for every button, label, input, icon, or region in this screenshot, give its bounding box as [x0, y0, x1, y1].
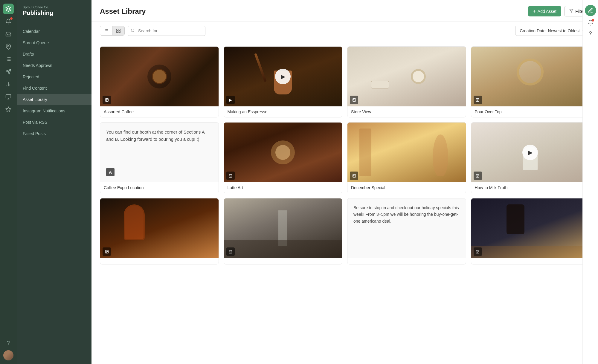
asset-thumbnail [347, 47, 466, 106]
send-icon[interactable] [3, 66, 14, 77]
asset-thumbnail: You can find our booth at the corner of … [100, 123, 219, 182]
video-type-badge: ▶ [226, 96, 235, 104]
asset-card[interactable]: ▶ How-to Milk Froth [471, 122, 590, 193]
sidebar-item-needs-approval[interactable]: Needs Approval [17, 60, 91, 71]
asset-title [224, 258, 342, 264]
asset-thumbnail: ▶ [471, 123, 590, 182]
asset-grid: Assorted Coffee ▶ ▶ Making an Esspresso [100, 46, 590, 264]
search-input[interactable] [128, 26, 205, 36]
sidebar-item-sprout-queue[interactable]: Sprout Queue [17, 37, 91, 48]
help-icon[interactable]: ? [3, 338, 14, 348]
image-type-badge [226, 247, 235, 256]
sidebar-nav: Calendar Sprout Queue Drafts Needs Appro… [17, 22, 91, 364]
asset-title: Assorted Coffee [100, 106, 219, 117]
search-icon [131, 28, 135, 33]
sidebar-item-post-via-rss[interactable]: Post via RSS [17, 117, 91, 128]
svg-point-0 [8, 45, 9, 47]
asset-title: Making an Esspresso [224, 106, 342, 117]
asset-card[interactable]: Latte Art [224, 122, 343, 193]
view-toggle [100, 26, 125, 36]
svg-point-30 [106, 99, 106, 100]
notifications-icon[interactable] [3, 16, 14, 27]
svg-line-28 [134, 31, 135, 32]
image-type-badge [474, 247, 482, 256]
list-view-button[interactable] [100, 26, 112, 35]
image-type-badge [350, 172, 358, 180]
text-asset-badge: A [106, 168, 115, 176]
image-type-badge [103, 96, 111, 104]
asset-title: Store View [347, 106, 466, 117]
list-icon[interactable] [3, 54, 14, 65]
right-panel: ? [582, 0, 598, 364]
asset-grid-area: Assorted Coffee ▶ ▶ Making an Esspresso [91, 40, 598, 364]
asset-card[interactable]: Store View [347, 46, 466, 117]
sort-dropdown[interactable]: Creation Date: Newest to Oldest [515, 26, 590, 36]
star-icon[interactable] [3, 104, 14, 115]
asset-title [471, 258, 590, 264]
reports-icon[interactable] [3, 91, 14, 102]
asset-title: How-to Milk Froth [471, 182, 590, 193]
asset-thumbnail: ▶ ▶ [224, 47, 342, 106]
svg-point-36 [230, 175, 230, 175]
analytics-icon[interactable] [3, 79, 14, 90]
asset-card[interactable]: Pour Over Top [471, 46, 590, 117]
svg-point-34 [477, 99, 478, 100]
compose-button[interactable] [585, 5, 596, 16]
play-button[interactable]: ▶ [275, 69, 291, 84]
asset-thumbnail [224, 198, 342, 258]
publishing-icon[interactable] [3, 4, 14, 14]
asset-title: Latte Art [224, 182, 342, 193]
brand-area: Sprout Coffee Co. Publishing [17, 0, 91, 22]
plus-icon: + [533, 9, 536, 14]
sidebar-item-asset-library[interactable]: Asset Library [17, 94, 91, 105]
svg-rect-23 [117, 29, 118, 30]
add-asset-button[interactable]: + Add Asset [528, 6, 561, 16]
image-type-badge [226, 172, 235, 180]
asset-card[interactable]: Be sure to stop in and check out our hol… [347, 198, 466, 264]
right-notification-icon[interactable] [588, 20, 594, 27]
main-content: Asset Library + Add Asset Filter [91, 0, 598, 364]
asset-title [347, 258, 466, 264]
search-wrapper [128, 26, 205, 36]
avatar[interactable] [3, 350, 13, 360]
toolbar-left [100, 26, 205, 36]
asset-thumbnail [100, 47, 219, 106]
image-type-badge [474, 96, 482, 104]
asset-card[interactable] [224, 198, 343, 264]
svg-rect-24 [119, 29, 120, 30]
brand-title: Publishing [23, 10, 86, 16]
header-actions: + Add Asset Filter [528, 6, 590, 16]
sidebar-item-find-content[interactable]: Find Content [17, 82, 91, 94]
sidebar-item-rejected[interactable]: Rejected [17, 71, 91, 82]
inbox-icon[interactable] [3, 29, 14, 39]
svg-point-38 [353, 175, 354, 175]
asset-title: Coffee Expo Location [100, 182, 219, 193]
pin-icon[interactable] [3, 41, 14, 52]
asset-title: December Special [347, 182, 466, 193]
sidebar-item-drafts[interactable]: Drafts [17, 48, 91, 60]
sidebar-item-failed-posts[interactable]: Failed Posts [17, 128, 91, 139]
sidebar-item-instagram-notifications[interactable]: Instagram Notifications [17, 105, 91, 117]
play-button[interactable]: ▶ [522, 145, 538, 160]
sidebar-item-calendar[interactable]: Calendar [17, 26, 91, 37]
asset-thumbnail: Be sure to stop in and check out our hol… [347, 198, 466, 258]
asset-card[interactable] [100, 198, 219, 264]
asset-card[interactable]: You can find our booth at the corner of … [100, 122, 219, 193]
asset-thumbnail [100, 198, 219, 258]
svg-rect-25 [117, 31, 118, 33]
asset-title: Pour Over Top [471, 106, 590, 117]
right-help-icon[interactable]: ? [589, 30, 592, 37]
asset-card[interactable] [471, 198, 590, 264]
image-type-badge [103, 247, 111, 256]
svg-rect-26 [119, 31, 120, 33]
image-type-badge [350, 96, 358, 104]
asset-card[interactable]: Assorted Coffee [100, 46, 219, 117]
svg-point-46 [477, 251, 478, 251]
toolbar: Creation Date: Newest to Oldest [91, 22, 598, 40]
asset-card[interactable]: December Special [347, 122, 466, 193]
svg-rect-12 [6, 95, 11, 98]
main-header: Asset Library + Add Asset Filter [91, 0, 598, 22]
grid-view-button[interactable] [112, 26, 124, 35]
asset-card[interactable]: ▶ ▶ Making an Esspresso [224, 46, 343, 117]
svg-point-27 [131, 29, 134, 31]
